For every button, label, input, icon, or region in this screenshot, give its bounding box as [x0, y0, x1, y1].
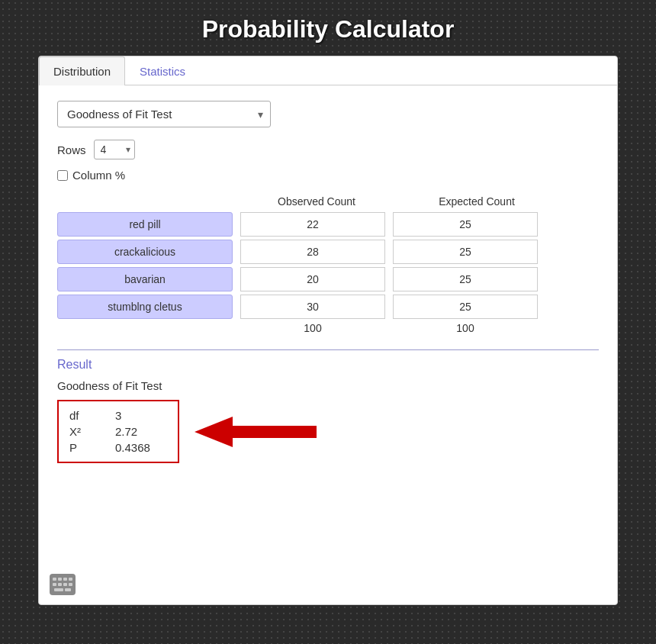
row-label-0[interactable]: red pill — [57, 212, 233, 237]
expected-input-1[interactable] — [393, 240, 538, 264]
expected-input-0[interactable] — [393, 212, 538, 237]
bottom-bar — [50, 574, 76, 595]
table-row: crackalicious — [57, 240, 599, 264]
key-row-1 — [53, 578, 72, 581]
tabs-bar: Distribution Statistics — [39, 56, 617, 85]
col-label-spacer — [57, 195, 240, 208]
stats-df-row: df 3 — [69, 409, 162, 422]
stats-box: df 3 X² 2.72 P 0.4368 — [57, 400, 179, 463]
stats-box-wrapper: df 3 X² 2.72 P 0.4368 — [57, 400, 599, 463]
calculator-panel: Distribution Statistics Goodness of Fit … — [38, 56, 618, 605]
column-percent-label: Column % — [72, 169, 125, 182]
observed-input-2[interactable] — [240, 267, 385, 291]
p-val: 0.4368 — [115, 441, 150, 454]
result-label: Result — [57, 358, 599, 372]
key-row-2 — [53, 583, 72, 586]
observed-input-1[interactable] — [240, 240, 385, 264]
data-table: Observed Count Expected Count red pill c… — [57, 195, 599, 334]
expected-total: 100 — [393, 322, 538, 334]
arrow-indicator — [195, 409, 317, 455]
table-header-row: Observed Count Expected Count — [57, 195, 599, 208]
key-row-3 — [54, 588, 71, 591]
keyboard-icon[interactable] — [50, 574, 76, 595]
p-key: P — [69, 441, 100, 454]
result-section: Result Goodness of Fit Test df 3 X² 2.72… — [57, 349, 599, 463]
rows-control-row: Rows 234 567 8910 — [57, 140, 599, 159]
expected-count-header: Expected Count — [400, 195, 553, 208]
column-percent-checkbox[interactable] — [57, 170, 68, 181]
test-select-wrapper: Goodness of Fit Test Chi-Square Test T-T… — [57, 101, 271, 127]
totals-row: 100 100 — [57, 322, 599, 334]
observed-total: 100 — [240, 322, 385, 334]
main-content: Goodness of Fit Test Chi-Square Test T-T… — [39, 85, 617, 478]
table-row: stumblng cletus — [57, 295, 599, 319]
rows-label: Rows — [57, 143, 86, 156]
result-subtitle: Goodness of Fit Test — [57, 379, 599, 392]
svg-marker-0 — [195, 417, 317, 447]
expected-input-2[interactable] — [393, 267, 538, 291]
table-row: bavarian — [57, 267, 599, 291]
page-title: Probability Calculator — [202, 15, 455, 43]
table-row: red pill — [57, 212, 599, 237]
row-label-2[interactable]: bavarian — [57, 267, 233, 291]
observed-input-0[interactable] — [240, 212, 385, 237]
rows-select-wrapper: 234 567 8910 — [94, 140, 135, 159]
stats-p-row: P 0.4368 — [69, 441, 162, 454]
tab-statistics[interactable]: Statistics — [125, 56, 200, 85]
row-label-3[interactable]: stumblng cletus — [57, 295, 233, 319]
column-percent-row: Column % — [57, 169, 599, 182]
tab-distribution[interactable]: Distribution — [39, 56, 125, 85]
df-key: df — [69, 409, 100, 422]
stats-chi-row: X² 2.72 — [69, 425, 162, 438]
chi-key: X² — [69, 425, 100, 438]
totals-spacer — [57, 322, 240, 334]
rows-select[interactable]: 234 567 8910 — [94, 140, 135, 159]
observed-input-3[interactable] — [240, 295, 385, 319]
df-val: 3 — [115, 409, 121, 422]
observed-count-header: Observed Count — [240, 195, 393, 208]
chi-val: 2.72 — [115, 425, 137, 438]
expected-input-3[interactable] — [393, 295, 538, 319]
row-label-1[interactable]: crackalicious — [57, 240, 233, 264]
dropdown-row: Goodness of Fit Test Chi-Square Test T-T… — [57, 101, 599, 127]
test-select[interactable]: Goodness of Fit Test Chi-Square Test T-T… — [57, 101, 271, 127]
